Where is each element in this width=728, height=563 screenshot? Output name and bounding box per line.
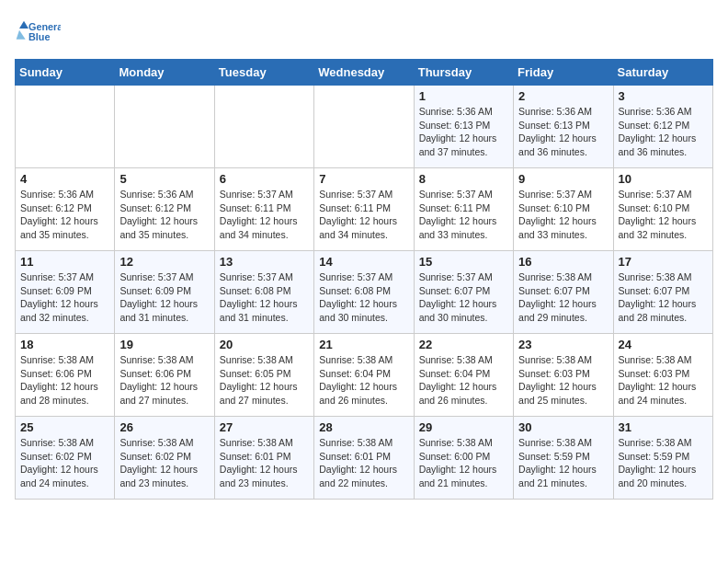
day-number: 15 (419, 255, 508, 269)
svg-marker-3 (17, 30, 26, 40)
calendar-cell: 14Sunrise: 5:37 AM Sunset: 6:08 PM Dayli… (314, 251, 414, 334)
day-number: 2 (518, 89, 608, 103)
header-monday: Monday (115, 60, 214, 86)
logo: General Blue (15, 15, 61, 52)
calendar-week-2: 4Sunrise: 5:36 AM Sunset: 6:12 PM Daylig… (16, 168, 713, 251)
day-number: 13 (220, 255, 309, 269)
day-number: 18 (20, 338, 109, 351)
day-number: 6 (220, 172, 309, 186)
header-wednesday: Wednesday (314, 60, 414, 86)
calendar-cell: 7Sunrise: 5:37 AM Sunset: 6:11 PM Daylig… (314, 168, 414, 251)
header-sunday: Sunday (16, 60, 115, 86)
day-info: Sunrise: 5:37 AM Sunset: 6:11 PM Dayligh… (220, 188, 309, 242)
day-info: Sunrise: 5:38 AM Sunset: 6:06 PM Dayligh… (119, 353, 209, 408)
header-thursday: Thursday (414, 60, 513, 86)
day-info: Sunrise: 5:38 AM Sunset: 6:07 PM Dayligh… (518, 270, 608, 325)
logo-svg: General Blue (15, 15, 61, 52)
calendar-cell: 10Sunrise: 5:37 AM Sunset: 6:10 PM Dayli… (613, 168, 712, 251)
day-number: 31 (619, 420, 708, 434)
calendar-week-3: 11Sunrise: 5:37 AM Sunset: 6:09 PM Dayli… (16, 251, 713, 334)
day-info: Sunrise: 5:38 AM Sunset: 6:04 PM Dayligh… (319, 353, 408, 408)
day-number: 9 (518, 172, 608, 186)
day-number: 26 (119, 420, 209, 434)
svg-marker-2 (19, 21, 28, 29)
calendar-cell: 9Sunrise: 5:37 AM Sunset: 6:10 PM Daylig… (514, 168, 613, 251)
day-number: 10 (619, 172, 708, 186)
calendar-cell: 29Sunrise: 5:38 AM Sunset: 6:00 PM Dayli… (414, 417, 513, 500)
day-number: 5 (119, 172, 209, 186)
day-number: 25 (20, 420, 109, 434)
day-info: Sunrise: 5:37 AM Sunset: 6:07 PM Dayligh… (419, 270, 508, 325)
calendar-cell: 3Sunrise: 5:36 AM Sunset: 6:12 PM Daylig… (613, 86, 712, 168)
day-info: Sunrise: 5:37 AM Sunset: 6:09 PM Dayligh… (20, 270, 109, 325)
day-info: Sunrise: 5:38 AM Sunset: 5:59 PM Dayligh… (518, 436, 608, 490)
calendar-cell: 26Sunrise: 5:38 AM Sunset: 6:02 PM Dayli… (115, 417, 214, 500)
calendar-cell: 1Sunrise: 5:36 AM Sunset: 6:13 PM Daylig… (414, 86, 513, 168)
calendar-cell: 20Sunrise: 5:38 AM Sunset: 6:05 PM Dayli… (214, 334, 313, 417)
day-info: Sunrise: 5:37 AM Sunset: 6:09 PM Dayligh… (119, 270, 209, 325)
calendar-cell: 21Sunrise: 5:38 AM Sunset: 6:04 PM Dayli… (314, 334, 414, 417)
calendar-cell: 15Sunrise: 5:37 AM Sunset: 6:07 PM Dayli… (414, 251, 513, 334)
day-number: 11 (20, 255, 109, 269)
header-saturday: Saturday (613, 60, 712, 86)
svg-text:Blue: Blue (28, 31, 50, 42)
calendar-cell: 27Sunrise: 5:38 AM Sunset: 6:01 PM Dayli… (214, 417, 313, 500)
day-number: 21 (319, 338, 408, 351)
day-info: Sunrise: 5:38 AM Sunset: 6:00 PM Dayligh… (419, 436, 508, 490)
day-number: 3 (619, 89, 708, 103)
day-number: 27 (220, 420, 309, 434)
calendar-cell: 12Sunrise: 5:37 AM Sunset: 6:09 PM Dayli… (115, 251, 214, 334)
calendar-cell: 2Sunrise: 5:36 AM Sunset: 6:13 PM Daylig… (514, 86, 613, 168)
calendar-cell: 25Sunrise: 5:38 AM Sunset: 6:02 PM Dayli… (16, 417, 115, 500)
calendar-cell (115, 86, 214, 168)
day-info: Sunrise: 5:38 AM Sunset: 6:03 PM Dayligh… (619, 353, 708, 408)
day-info: Sunrise: 5:38 AM Sunset: 6:03 PM Dayligh… (518, 353, 608, 408)
day-number: 17 (619, 255, 708, 269)
header-row: SundayMondayTuesdayWednesdayThursdayFrid… (16, 60, 713, 86)
calendar-week-1: 1Sunrise: 5:36 AM Sunset: 6:13 PM Daylig… (16, 86, 713, 168)
calendar-week-4: 18Sunrise: 5:38 AM Sunset: 6:06 PM Dayli… (16, 334, 713, 417)
calendar-cell: 23Sunrise: 5:38 AM Sunset: 6:03 PM Dayli… (514, 334, 613, 417)
calendar-cell: 30Sunrise: 5:38 AM Sunset: 5:59 PM Dayli… (514, 417, 613, 500)
day-info: Sunrise: 5:37 AM Sunset: 6:11 PM Dayligh… (319, 188, 408, 242)
day-number: 28 (319, 420, 408, 434)
day-info: Sunrise: 5:36 AM Sunset: 6:12 PM Dayligh… (20, 188, 109, 242)
day-info: Sunrise: 5:38 AM Sunset: 6:04 PM Dayligh… (419, 353, 508, 408)
day-info: Sunrise: 5:37 AM Sunset: 6:10 PM Dayligh… (619, 188, 708, 242)
calendar-cell: 11Sunrise: 5:37 AM Sunset: 6:09 PM Dayli… (16, 251, 115, 334)
day-info: Sunrise: 5:38 AM Sunset: 5:59 PM Dayligh… (619, 436, 708, 490)
day-info: Sunrise: 5:38 AM Sunset: 6:05 PM Dayligh… (220, 353, 309, 408)
day-info: Sunrise: 5:36 AM Sunset: 6:12 PM Dayligh… (119, 188, 209, 242)
day-number: 8 (419, 172, 508, 186)
day-info: Sunrise: 5:37 AM Sunset: 6:10 PM Dayligh… (518, 188, 608, 242)
day-number: 1 (419, 89, 508, 103)
day-info: Sunrise: 5:38 AM Sunset: 6:07 PM Dayligh… (619, 270, 708, 325)
calendar-cell: 13Sunrise: 5:37 AM Sunset: 6:08 PM Dayli… (214, 251, 313, 334)
calendar-cell: 8Sunrise: 5:37 AM Sunset: 6:11 PM Daylig… (414, 168, 513, 251)
day-number: 14 (319, 255, 408, 269)
day-info: Sunrise: 5:37 AM Sunset: 6:11 PM Dayligh… (419, 188, 508, 242)
day-number: 20 (220, 338, 309, 351)
day-info: Sunrise: 5:37 AM Sunset: 6:08 PM Dayligh… (319, 270, 408, 325)
day-number: 12 (119, 255, 209, 269)
calendar-cell: 17Sunrise: 5:38 AM Sunset: 6:07 PM Dayli… (613, 251, 712, 334)
calendar-week-5: 25Sunrise: 5:38 AM Sunset: 6:02 PM Dayli… (16, 417, 713, 500)
day-number: 23 (518, 338, 608, 351)
day-info: Sunrise: 5:38 AM Sunset: 6:01 PM Dayligh… (220, 436, 309, 490)
calendar-cell: 4Sunrise: 5:36 AM Sunset: 6:12 PM Daylig… (16, 168, 115, 251)
calendar-cell: 31Sunrise: 5:38 AM Sunset: 5:59 PM Dayli… (613, 417, 712, 500)
day-number: 22 (419, 338, 508, 351)
calendar-cell: 19Sunrise: 5:38 AM Sunset: 6:06 PM Dayli… (115, 334, 214, 417)
calendar-cell: 18Sunrise: 5:38 AM Sunset: 6:06 PM Dayli… (16, 334, 115, 417)
day-number: 4 (20, 172, 109, 186)
day-info: Sunrise: 5:37 AM Sunset: 6:08 PM Dayligh… (220, 270, 309, 325)
header-tuesday: Tuesday (214, 60, 313, 86)
day-number: 29 (419, 420, 508, 434)
calendar-cell: 22Sunrise: 5:38 AM Sunset: 6:04 PM Dayli… (414, 334, 513, 417)
day-info: Sunrise: 5:36 AM Sunset: 6:13 PM Dayligh… (518, 105, 608, 159)
day-info: Sunrise: 5:38 AM Sunset: 6:02 PM Dayligh… (20, 436, 109, 490)
day-info: Sunrise: 5:36 AM Sunset: 6:12 PM Dayligh… (619, 105, 708, 159)
page-header: General Blue (15, 15, 713, 52)
calendar-cell (214, 86, 313, 168)
day-info: Sunrise: 5:38 AM Sunset: 6:01 PM Dayligh… (319, 436, 408, 490)
